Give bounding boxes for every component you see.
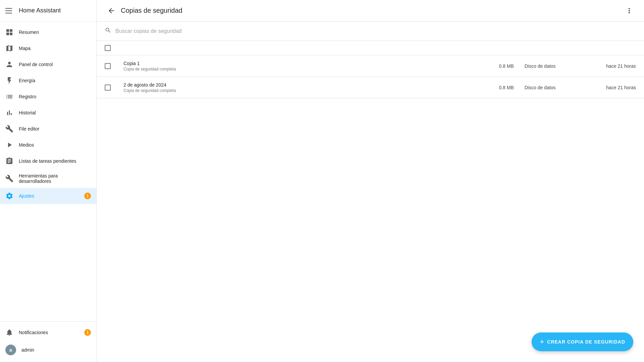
sidebar-item-label-admin: admin	[21, 347, 91, 353]
sidebar-item-label-file-editor: File editor	[19, 126, 91, 132]
table-row[interactable]: Copia 1 Copia de seguridad completa 0.8 …	[97, 55, 644, 77]
backup-name-2: 2 de agosto de 2024	[123, 82, 474, 88]
sidebar-item-label-listas: Listas de tareas pendientes	[19, 158, 91, 164]
play-icon	[5, 141, 13, 149]
backup-info-1: Copia 1 Copia de seguridad completa	[123, 61, 474, 71]
row-checkbox-cell-2[interactable]	[105, 85, 118, 91]
row-checkbox-cell-1[interactable]	[105, 63, 118, 69]
more-options-button[interactable]	[623, 4, 636, 17]
sidebar-item-registro[interactable]: Registro	[0, 89, 96, 105]
sidebar-item-label-registro: Registro	[19, 94, 91, 99]
backup-name-1: Copia 1	[123, 61, 474, 66]
main-content: Copias de seguridad Copia 1 Copia de seg…	[97, 0, 644, 362]
search-icon	[105, 27, 111, 35]
sidebar-item-label-energia: Energía	[19, 78, 91, 83]
content-area: Copia 1 Copia de seguridad completa 0.8 …	[97, 41, 644, 362]
select-all-checkbox[interactable]	[105, 45, 111, 51]
clipboard-icon	[5, 157, 13, 165]
backup-type-2: Copia de seguridad completa	[123, 88, 474, 93]
create-backup-button[interactable]: + CREAR COPIA DE SEGURIDAD	[532, 332, 633, 351]
row-checkbox-2[interactable]	[105, 85, 111, 91]
page-title: Copias de seguridad	[121, 7, 623, 14]
person-icon	[5, 60, 13, 68]
bolt-icon	[5, 76, 13, 85]
sidebar-item-admin[interactable]: a admin	[0, 341, 96, 359]
backup-info-2: 2 de agosto de 2024 Copia de seguridad c…	[123, 82, 474, 93]
table-header-row	[97, 41, 644, 55]
sidebar-item-file-editor[interactable]: File editor	[0, 121, 96, 137]
sidebar-item-label-resumen: Resumen	[19, 30, 91, 35]
gear-icon	[5, 192, 13, 200]
row-checkbox-1[interactable]	[105, 63, 111, 69]
avatar: a	[5, 345, 16, 355]
sidebar-item-energia[interactable]: Energía	[0, 72, 96, 89]
list-icon	[5, 93, 13, 101]
sidebar-item-label-ajustes: Ajustes	[19, 193, 84, 199]
backup-size-2: 0.8 MB	[474, 85, 514, 90]
sidebar-item-label-panel: Panel de control	[19, 62, 91, 67]
backup-location-1: Disco de datos	[525, 63, 578, 69]
sidebar: Home Assistant Resumen Mapa Panel de con…	[0, 0, 97, 362]
backup-time-1: hace 21 horas	[589, 63, 636, 69]
select-all-checkbox-cell[interactable]	[105, 45, 118, 51]
sidebar-header: Home Assistant	[0, 0, 96, 21]
fab-label: CREAR COPIA DE SEGURIDAD	[547, 339, 625, 345]
backup-location-2: Disco de datos	[525, 85, 578, 90]
sidebar-item-listas[interactable]: Listas de tareas pendientes	[0, 153, 96, 169]
sidebar-nav: Resumen Mapa Panel de control Energía	[0, 21, 96, 321]
sidebar-item-label-notificaciones: Notificaciones	[19, 330, 84, 335]
backup-time-2: hace 21 horas	[589, 85, 636, 90]
search-input[interactable]	[115, 28, 636, 34]
search-bar	[97, 21, 644, 41]
main-header: Copias de seguridad	[97, 0, 644, 21]
ajustes-badge: 1	[84, 193, 91, 199]
grid-icon	[5, 28, 13, 36]
app-title: Home Assistant	[19, 7, 61, 14]
bell-icon	[5, 328, 13, 337]
sidebar-item-mapa[interactable]: Mapa	[0, 40, 96, 56]
sidebar-item-label-mapa: Mapa	[19, 46, 91, 51]
sidebar-item-notificaciones[interactable]: Notificaciones 1	[0, 324, 96, 341]
sidebar-item-herramientas[interactable]: Herramientas para desarrolladores	[0, 169, 96, 188]
sidebar-item-label-medios: Medios	[19, 142, 91, 148]
wrench-icon	[5, 125, 13, 133]
tools-icon	[5, 174, 13, 183]
sidebar-item-panel[interactable]: Panel de control	[0, 56, 96, 72]
bar-chart-icon	[5, 109, 13, 117]
menu-toggle-button[interactable]	[5, 7, 13, 15]
backup-size-1: 0.8 MB	[474, 63, 514, 69]
fab-plus-icon: +	[540, 338, 544, 346]
notificaciones-badge: 1	[84, 329, 91, 336]
sidebar-item-ajustes[interactable]: Ajustes 1	[0, 188, 96, 204]
sidebar-item-label-historial: Historial	[19, 110, 91, 115]
sidebar-item-medios[interactable]: Medios	[0, 137, 96, 153]
sidebar-item-resumen[interactable]: Resumen	[0, 24, 96, 40]
map-icon	[5, 44, 13, 52]
table-row[interactable]: 2 de agosto de 2024 Copia de seguridad c…	[97, 77, 644, 98]
sidebar-bottom: Notificaciones 1 a admin	[0, 321, 96, 362]
sidebar-item-label-herramientas: Herramientas para desarrolladores	[19, 173, 91, 184]
back-button[interactable]	[105, 4, 118, 17]
backup-type-1: Copia de seguridad completa	[123, 67, 474, 71]
sidebar-item-historial[interactable]: Historial	[0, 105, 96, 121]
